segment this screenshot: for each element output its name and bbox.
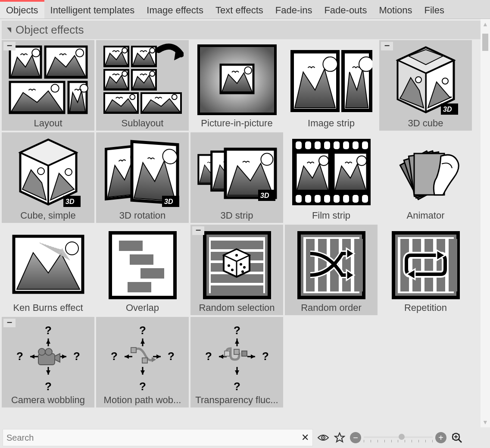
- zoom-slider[interactable]: [364, 433, 433, 442]
- svg-point-27: [415, 77, 421, 83]
- effect-repetition[interactable]: Repetition: [379, 225, 472, 315]
- svg-point-129: [323, 437, 324, 439]
- svg-point-22: [244, 67, 252, 74]
- effect-label: Picture-in-picture: [201, 118, 272, 129]
- svg-text:?: ?: [111, 350, 118, 363]
- search-box[interactable]: ✕: [3, 429, 313, 446]
- svg-rect-64: [353, 195, 359, 203]
- tab-fade-outs[interactable]: Fade-outs: [318, 0, 373, 19]
- svg-rect-107: [449, 239, 457, 291]
- collapse-minus-icon[interactable]: –: [381, 42, 393, 50]
- zoom-fit-icon[interactable]: [451, 432, 463, 444]
- tab-intelligent-templates[interactable]: Intelligent templates: [44, 0, 141, 19]
- svg-point-17: [130, 94, 135, 100]
- scroll-up-icon[interactable]: ▲: [482, 21, 488, 28]
- svg-rect-52: [315, 141, 321, 149]
- effect-random-selection[interactable]: – Random selection: [190, 225, 283, 315]
- effect-camera-wobbling[interactable]: – ? ? ? ? Camera wobbling: [2, 317, 94, 407]
- collapse-minus-icon[interactable]: –: [3, 319, 16, 327]
- effect-label: Camera wobbling: [11, 395, 85, 406]
- tab-text-effects[interactable]: Text effects: [209, 0, 269, 19]
- svg-text:?: ?: [73, 350, 80, 363]
- svg-text:?: ?: [139, 380, 146, 393]
- tab-image-effects[interactable]: Image effects: [140, 0, 209, 19]
- scroll-track[interactable]: [482, 29, 488, 417]
- svg-point-31: [37, 168, 44, 175]
- effect-label: Layout: [34, 118, 62, 129]
- effect-sublayout[interactable]: Sublayout: [96, 40, 189, 131]
- svg-point-75: [66, 242, 78, 255]
- zoom-in-button[interactable]: +: [435, 432, 446, 443]
- effect-3d-strip[interactable]: 3D 3D strip: [190, 132, 283, 223]
- effect-picture-in-picture[interactable]: Picture-in-picture: [190, 40, 283, 131]
- effect-thumbnail: [7, 43, 89, 117]
- effect-thumbnail: [7, 227, 89, 301]
- svg-point-13: [122, 71, 127, 76]
- svg-point-3: [75, 49, 83, 57]
- section-header-object-effects[interactable]: Object effects: [2, 21, 488, 39]
- effect-thumbnail: [290, 43, 372, 117]
- svg-text:3D: 3D: [260, 192, 269, 199]
- scroll-down-icon[interactable]: ▼: [482, 419, 488, 426]
- svg-point-91: [240, 263, 242, 266]
- effect-label: Random order: [301, 302, 362, 313]
- clear-search-icon[interactable]: ✕: [301, 432, 309, 443]
- svg-point-90: [231, 269, 234, 271]
- zoom-control: − +: [350, 432, 446, 443]
- effects-grid: – Layout Sublayo: [2, 40, 488, 407]
- effect-label: Random selection: [199, 302, 275, 313]
- svg-point-89: [228, 264, 230, 267]
- vertical-scrollbar[interactable]: ▲ ▼: [481, 19, 490, 427]
- svg-rect-97: [318, 239, 327, 291]
- svg-point-24: [323, 57, 337, 72]
- svg-rect-78: [130, 254, 153, 265]
- effect-label: Ken Burns effect: [13, 302, 83, 313]
- effect-thumbnail: [290, 227, 372, 301]
- svg-rect-96: [306, 239, 315, 291]
- effect-overlap[interactable]: Overlap: [96, 225, 189, 315]
- effect-image-strip[interactable]: Image strip: [285, 40, 378, 131]
- effect-motion-path-wob[interactable]: ? ? ? ? Motion path wob...: [96, 317, 189, 407]
- effect-3d-rotation[interactable]: 3D 3D rotation: [96, 132, 189, 223]
- tab-objects[interactable]: Objects: [0, 0, 44, 19]
- svg-point-67: [318, 156, 328, 166]
- effect-random-order[interactable]: Random order: [285, 225, 378, 315]
- effect-thumbnail: 3D: [102, 135, 184, 209]
- svg-point-15: [150, 71, 155, 76]
- svg-point-19: [172, 94, 177, 100]
- effect-transparency-fluc[interactable]: ? ? ? ? Transparency fluc...: [190, 317, 283, 407]
- effect-ken-burns-effect[interactable]: Ken Burns effect: [2, 225, 94, 315]
- svg-point-113: [38, 348, 45, 355]
- svg-rect-80: [128, 282, 151, 292]
- eye-icon[interactable]: [317, 432, 329, 444]
- tab-motions[interactable]: Motions: [373, 0, 418, 19]
- search-input[interactable]: [6, 433, 301, 443]
- effect-film-strip[interactable]: Film strip: [285, 132, 378, 223]
- tab-files[interactable]: Files: [418, 0, 450, 19]
- effect-label: Overlap: [126, 302, 159, 313]
- zoom-out-button[interactable]: −: [350, 432, 361, 443]
- scroll-handle[interactable]: [482, 34, 488, 51]
- effect-3d-cube[interactable]: – 3D 3D cube: [379, 40, 472, 131]
- effect-label: Transparency fluc...: [195, 395, 278, 406]
- svg-point-7: [80, 85, 87, 92]
- svg-rect-99: [342, 239, 351, 291]
- collapse-minus-icon[interactable]: –: [192, 226, 204, 235]
- effect-thumbnail: [196, 227, 278, 301]
- star-icon[interactable]: [334, 432, 346, 444]
- collapse-triangle-icon: [7, 28, 11, 33]
- effect-thumbnail: [102, 227, 184, 301]
- svg-point-28: [442, 78, 448, 84]
- svg-point-114: [45, 348, 52, 355]
- zoom-slider-knob[interactable]: [399, 434, 405, 440]
- tab-fade-ins[interactable]: Fade-ins: [269, 0, 318, 19]
- svg-point-46: [261, 154, 273, 166]
- effect-cube-simple[interactable]: 3D Cube, simple: [2, 132, 94, 223]
- collapse-minus-icon[interactable]: –: [3, 42, 16, 50]
- svg-rect-54: [334, 141, 340, 149]
- svg-rect-60: [315, 195, 321, 203]
- effect-animator[interactable]: Animator: [379, 132, 472, 223]
- effect-label: Repetition: [404, 302, 447, 313]
- svg-point-93: [241, 270, 244, 273]
- effect-layout[interactable]: – Layout: [2, 40, 94, 131]
